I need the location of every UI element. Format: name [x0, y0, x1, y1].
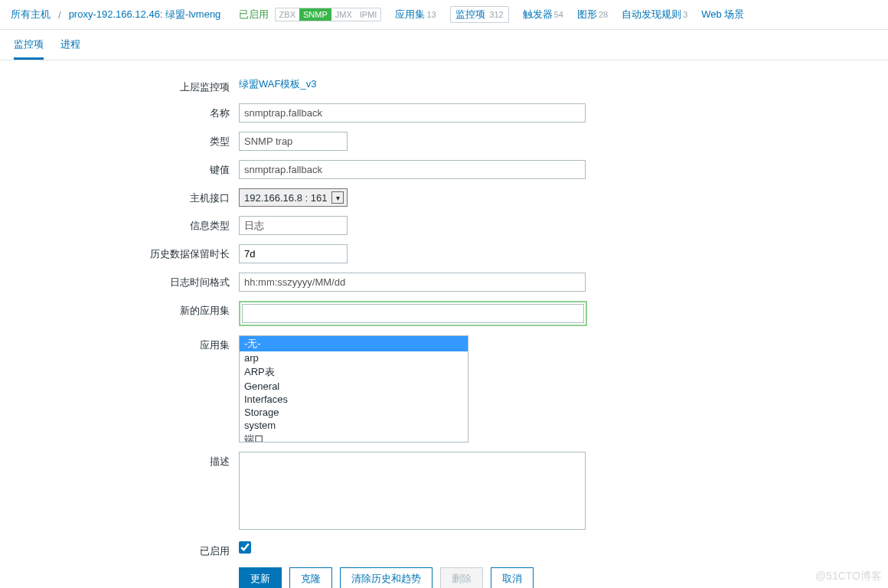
label-apps: 应用集	[15, 335, 239, 352]
tab-process[interactable]: 进程	[60, 38, 80, 60]
nav-apps-count: 13	[426, 10, 436, 19]
info-type-input[interactable]	[239, 216, 348, 235]
button-row: 更新 克隆 清除历史和趋势 删除 取消	[239, 567, 534, 588]
host-interface-value: 192.166.16.8 : 161	[244, 192, 327, 204]
breadcrumb-all-hosts[interactable]: 所有主机	[11, 8, 51, 21]
nav-items-count: 312	[489, 10, 503, 19]
history-input[interactable]	[239, 244, 348, 263]
avail-jmx: JMX	[331, 8, 356, 21]
nav-triggers-count: 54	[554, 10, 563, 19]
type-input[interactable]	[239, 132, 348, 151]
nav-apps[interactable]: 应用集	[395, 8, 425, 20]
host-nav: 应用集13 监控项 312 触发器54 图形28 自动发现规则3 Web 场景	[395, 6, 744, 23]
label-host-if: 主机接口	[15, 188, 239, 205]
apps-listbox[interactable]: -无-arpARP表GeneralInterfacesStoragesystem…	[239, 335, 468, 443]
label-new-app: 新的应用集	[15, 301, 239, 318]
nav-graphs[interactable]: 图形	[577, 8, 597, 20]
label-name: 名称	[15, 103, 239, 120]
delete-button: 删除	[440, 567, 483, 588]
nav-graphs-count: 28	[599, 10, 608, 19]
nav-items[interactable]: 监控项	[455, 8, 485, 20]
logfmt-input[interactable]	[239, 273, 586, 292]
avail-ipmi: IPMI	[356, 8, 381, 21]
item-form: 上层监控项 绿盟WAF模板_v3 名称 类型 键值 主机接口 192.166.1…	[0, 60, 888, 588]
label-desc: 描述	[15, 452, 239, 469]
nav-items-wrap[interactable]: 监控项 312	[450, 6, 509, 23]
label-logfmt: 日志时间格式	[15, 273, 239, 289]
host-topbar: 所有主机 / proxy-192.166.12.46: 绿盟-lvmeng 已启…	[0, 0, 888, 30]
key-input[interactable]	[239, 160, 586, 179]
nav-discovery-count: 3	[683, 10, 687, 19]
cancel-button[interactable]: 取消	[491, 567, 534, 588]
update-button[interactable]: 更新	[239, 567, 282, 588]
avail-zbx: ZBX	[276, 8, 299, 21]
name-input[interactable]	[239, 103, 586, 122]
apps-option[interactable]: system	[240, 419, 468, 432]
label-info-type: 信息类型	[15, 216, 239, 233]
apps-option[interactable]: arp	[240, 351, 468, 364]
label-key: 键值	[15, 160, 239, 177]
apps-option[interactable]: ARP表	[240, 364, 468, 380]
enabled-checkbox[interactable]	[239, 541, 251, 554]
apps-option[interactable]: -无-	[240, 336, 468, 351]
apps-option[interactable]: 端口	[240, 432, 468, 443]
breadcrumb-host[interactable]: proxy-192.166.12.46: 绿盟-lvmeng	[69, 8, 221, 21]
apps-option[interactable]: Interfaces	[240, 393, 468, 406]
subtabs: 监控项 进程	[0, 30, 888, 60]
apps-option[interactable]: Storage	[240, 406, 468, 419]
label-parent: 上层监控项	[15, 77, 239, 94]
availability-badges: ZBX SNMP JMX IPMI	[275, 8, 382, 21]
status-enabled: 已启用	[239, 8, 269, 21]
clear-button[interactable]: 清除历史和趋势	[340, 567, 433, 588]
host-interface-select[interactable]: 192.166.16.8 : 161 ▾	[239, 188, 348, 207]
apps-option[interactable]: General	[240, 380, 468, 393]
nav-web[interactable]: Web 场景	[701, 8, 744, 20]
clone-button[interactable]: 克隆	[289, 567, 332, 588]
avail-snmp: SNMP	[299, 8, 331, 21]
nav-discovery[interactable]: 自动发现规则	[622, 8, 681, 20]
description-textarea[interactable]	[239, 452, 586, 530]
tab-item[interactable]: 监控项	[14, 38, 44, 60]
new-app-highlight	[239, 301, 587, 326]
label-history: 历史数据保留时长	[15, 244, 239, 261]
chevron-down-icon: ▾	[331, 191, 344, 204]
label-enabled: 已启用	[15, 541, 239, 558]
parent-link[interactable]: 绿盟WAF模板_v3	[239, 78, 316, 90]
nav-triggers[interactable]: 触发器	[523, 8, 553, 20]
new-app-input[interactable]	[242, 304, 584, 323]
breadcrumb-sep: /	[57, 9, 63, 21]
label-type: 类型	[15, 132, 239, 149]
